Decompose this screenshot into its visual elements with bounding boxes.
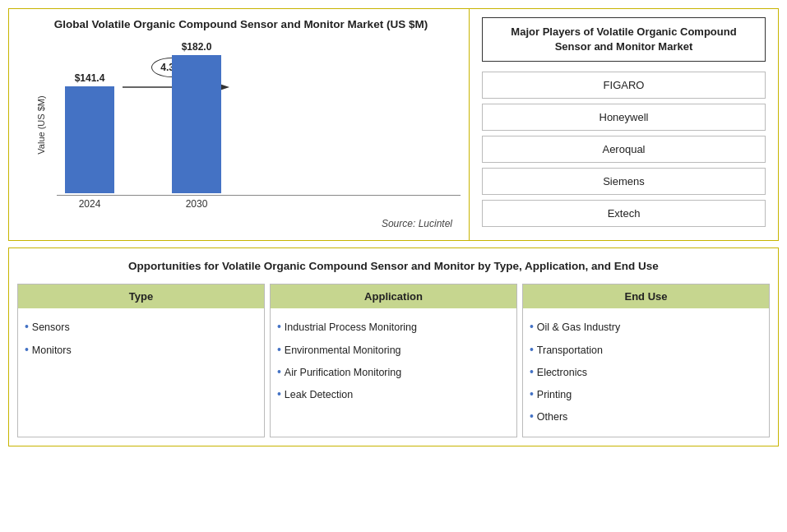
bars-row: $141.4 4.3% $ [57,41,461,193]
column-type: Type Sensors Monitors [17,284,265,437]
bar-2024 [65,86,114,193]
players-area: Major Players of Volatile Organic Compou… [470,9,778,240]
chart-title: Global Volatile Organic Compound Sensor … [21,17,461,33]
column-application-body: Industrial Process Monitoring Environmen… [271,308,516,414]
x-label-2024: 2024 [65,198,114,210]
enduse-item-transportation: Transportation [530,340,761,360]
app-item-industrial: Industrial Process Monitoring [277,317,508,337]
x-labels-row: 2024 2030 [57,198,461,210]
type-item-monitors: Monitors [25,340,256,360]
player-honeywell: Honeywell [482,104,766,131]
chart-inner: Value (US $M) $141.4 4.3% [21,41,461,214]
player-aeroqual: Aeroqual [482,136,766,163]
x-label-2030: 2030 [172,198,221,210]
enduse-list: Oil & Gas Industry Transportation Electr… [530,317,761,427]
app-item-environmental: Environmental Monitoring [277,340,508,360]
column-enduse-header: End Use [523,285,769,308]
bar-2030 [172,55,221,193]
enduse-item-printing: Printing [530,384,761,405]
column-type-header: Type [18,285,264,308]
enduse-item-others: Others [530,406,761,427]
top-section: Global Volatile Organic Compound Sensor … [8,8,779,241]
app-item-leak: Leak Detection [277,384,508,405]
type-item-sensors: Sensors [25,317,256,337]
column-type-body: Sensors Monitors [18,308,264,369]
bar-value-2024: $141.4 [75,72,105,84]
column-enduse: End Use Oil & Gas Industry Transportatio… [522,284,770,437]
app-item-air: Air Purification Monitoring [277,362,508,382]
chart-area: Global Volatile Organic Compound Sensor … [9,9,470,240]
enduse-item-oilgas: Oil & Gas Industry [530,317,761,337]
column-enduse-body: Oil & Gas Industry Transportation Electr… [523,308,769,437]
type-list: Sensors Monitors [25,317,256,359]
y-axis-label: Value (US $M) [36,80,46,170]
chart-baseline [57,195,461,196]
bars-and-labels: $141.4 4.3% $ [57,41,461,210]
columns-container: Type Sensors Monitors Application Indust… [17,284,770,437]
players-title: Major Players of Volatile Organic Compou… [482,17,766,62]
y-axis-wrapper: Value (US $M) [30,41,53,210]
player-figaro: FIGARO [482,72,766,99]
bar-group-2030: $182.0 [172,41,221,193]
source-text: Source: Lucintel [21,218,461,229]
bar-value-2030: $182.0 [182,41,212,53]
column-application: Application Industrial Process Monitorin… [270,284,517,437]
opportunities-title: Opportunities for Volatile Organic Compo… [17,257,770,275]
bar-group-2024: $141.4 [65,72,114,193]
column-application-header: Application [271,285,516,308]
player-siemens: Siemens [482,168,766,195]
player-extech: Extech [482,200,766,227]
main-container: Global Volatile Organic Compound Sensor … [0,0,787,532]
application-list: Industrial Process Monitoring Environmen… [277,317,508,405]
enduse-item-electronics: Electronics [530,362,761,382]
bottom-section: Opportunities for Volatile Organic Compo… [8,247,779,446]
